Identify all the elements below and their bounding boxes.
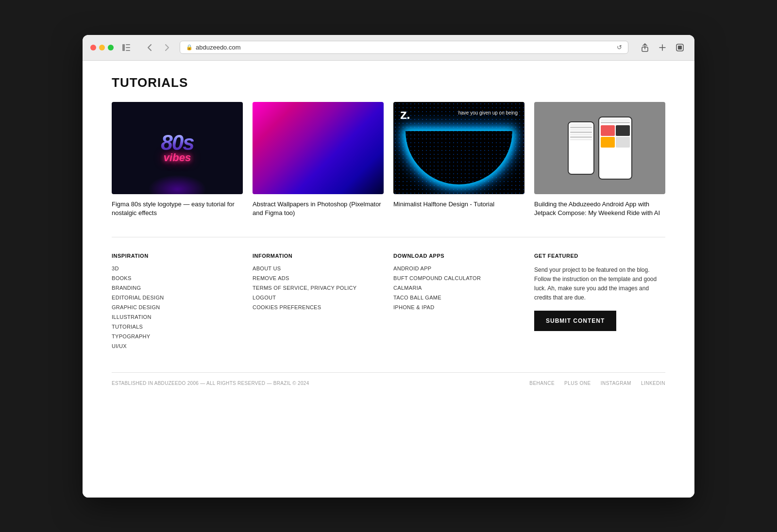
tutorial-thumb-1: 80s vibes — [112, 102, 243, 194]
footer-col-apps: DOWNLOAD APPS ANDROID APP BUFT COMPOUND … — [393, 253, 524, 353]
tutorial-title-2: Abstract Wallpapers in Photoshop (Pixelm… — [253, 200, 384, 217]
tutorial-thumb-4 — [534, 102, 665, 194]
footer-link-cookies[interactable]: COOKIES PREFERENCES — [253, 304, 384, 310]
reload-button[interactable]: ↺ — [617, 44, 622, 51]
tutorial-card-4[interactable]: Building the Abduzeedo Android App with … — [534, 102, 665, 217]
footer-link-editorial[interactable]: EDITORIAL DESIGN — [112, 295, 243, 300]
footer-link-books[interactable]: BOOKS — [112, 275, 243, 281]
footer-information-title: INFORMATION — [253, 253, 384, 259]
svg-rect-2 — [126, 47, 130, 48]
social-links: BEHANCE PLUS ONE INSTAGRAM LINKEDIN — [529, 381, 665, 386]
footer: INSPIRATION 3D BOOKS BRANDING EDITORIAL … — [112, 253, 665, 353]
footer-link-remove-ads[interactable]: REMOVE ADS — [253, 275, 384, 281]
footer-col-featured: GET FEATURED Send your project to be fea… — [534, 253, 665, 353]
social-behance[interactable]: BEHANCE — [529, 381, 555, 386]
footer-link-typography[interactable]: TYPOGRAPHY — [112, 333, 243, 339]
tabs-icon[interactable] — [673, 41, 687, 54]
footer-divider — [112, 237, 665, 237]
social-linkedin[interactable]: LINKEDIN — [641, 381, 665, 386]
tutorial-thumb-3: z. have you given up on being — [393, 102, 524, 194]
maximize-button[interactable] — [108, 45, 114, 50]
footer-link-3d[interactable]: 3D — [112, 266, 243, 271]
url-text: abduzeedo.com — [196, 44, 241, 51]
footer-bottom-divider — [112, 372, 665, 373]
submit-content-button[interactable]: SUBMIT CONTENT — [534, 311, 616, 331]
phone-mock-small — [568, 121, 594, 175]
browser-controls — [143, 41, 174, 54]
social-plus-one[interactable]: PLUS ONE — [564, 381, 591, 386]
halftone-subtitle: have you given up on being — [458, 110, 518, 116]
tutorial-title-4: Building the Abduzeedo Android App with … — [534, 200, 665, 217]
halftone-text: z. — [400, 107, 410, 122]
share-icon[interactable] — [638, 41, 652, 54]
footer-link-tos[interactable]: TERMS OF SERVICE, PRIVACY POLICY — [253, 285, 384, 291]
footer-link-buft[interactable]: BUFT COMPOUND CALCULATOR — [393, 275, 524, 281]
footer-col-information: INFORMATION ABOUT US REMOVE ADS TERMS OF… — [253, 253, 384, 353]
tutorial-thumb-2 — [253, 102, 384, 194]
back-button[interactable] — [143, 41, 156, 54]
footer-link-branding[interactable]: BRANDING — [112, 285, 243, 291]
page-title: TUTORIALS — [112, 75, 665, 90]
footer-link-tutorials[interactable]: TUTORIALS — [112, 324, 243, 330]
footer-link-about[interactable]: ABOUT US — [253, 266, 384, 271]
tutorial-card-1[interactable]: 80s vibes Figma 80s style logotype — eas… — [112, 102, 243, 217]
tutorial-title-3: Minimalist Halftone Design - Tutorial — [393, 200, 524, 209]
footer-link-uiux[interactable]: UI/UX — [112, 343, 243, 349]
footer-bottom: ESTABLISHED IN ABDUZEEDO 2006 — ALL RIGH… — [112, 381, 665, 386]
svg-rect-6 — [678, 46, 682, 50]
social-instagram[interactable]: INSTAGRAM — [601, 381, 631, 386]
footer-link-graphic[interactable]: GRAPHIC DESIGN — [112, 304, 243, 310]
browser-actions — [638, 41, 687, 54]
add-tab-icon[interactable] — [656, 41, 669, 54]
close-button[interactable] — [90, 45, 96, 50]
page-content: TUTORIALS 80s vibes Figma 80s style logo… — [83, 61, 694, 498]
footer-apps-title: DOWNLOAD APPS — [393, 253, 524, 259]
footer-link-android[interactable]: ANDROID APP — [393, 266, 524, 271]
footer-link-calmaria[interactable]: CALMARIA — [393, 285, 524, 291]
copyright-text: ESTABLISHED IN ABDUZEEDO 2006 — ALL RIGH… — [112, 381, 309, 386]
footer-col-inspiration: INSPIRATION 3D BOOKS BRANDING EDITORIAL … — [112, 253, 243, 353]
address-bar[interactable]: 🔒 abduzeedo.com ↺ — [180, 41, 628, 54]
footer-link-illustration[interactable]: ILLUSTRATION — [112, 314, 243, 320]
svg-rect-3 — [126, 50, 130, 51]
tutorial-card-2[interactable]: Abstract Wallpapers in Photoshop (Pixelm… — [253, 102, 384, 217]
phone-mock-large — [598, 116, 632, 180]
footer-link-iphone[interactable]: IPHONE & IPAD — [393, 304, 524, 310]
footer-featured-title: GET FEATURED — [534, 253, 665, 259]
tutorial-card-3[interactable]: z. have you given up on being Minimalist… — [393, 102, 524, 217]
svg-rect-1 — [126, 44, 130, 45]
svg-rect-0 — [122, 44, 125, 51]
footer-link-logout[interactable]: LOGOUT — [253, 295, 384, 300]
browser-chrome: 🔒 abduzeedo.com ↺ — [83, 35, 694, 61]
footer-featured-description: Send your project to be featured on the … — [534, 266, 665, 303]
tutorial-title-1: Figma 80s style logotype — easy tutorial… — [112, 200, 243, 217]
footer-link-taco[interactable]: TACO BALL GAME — [393, 295, 524, 300]
forward-button[interactable] — [160, 41, 174, 54]
sidebar-icon[interactable] — [119, 41, 133, 54]
traffic-lights — [90, 45, 114, 50]
tutorials-grid: 80s vibes Figma 80s style logotype — eas… — [112, 102, 665, 217]
footer-inspiration-title: INSPIRATION — [112, 253, 243, 259]
browser-window: 🔒 abduzeedo.com ↺ — [83, 35, 694, 498]
lock-icon: 🔒 — [186, 44, 193, 50]
minimize-button[interactable] — [99, 45, 105, 50]
